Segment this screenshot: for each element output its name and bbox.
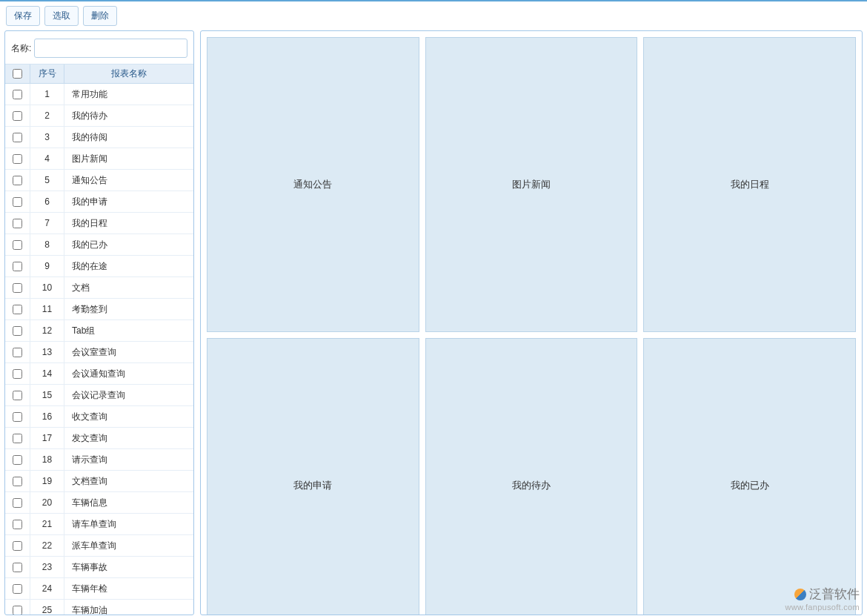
row-checkbox[interactable] bbox=[13, 498, 22, 508]
select-all-checkbox[interactable] bbox=[13, 69, 22, 79]
table-row[interactable]: 11考勤签到 bbox=[5, 299, 193, 320]
table-row[interactable]: 14会议通知查询 bbox=[5, 363, 193, 385]
row-name: 我的在途 bbox=[64, 256, 193, 276]
dashboard-card[interactable]: 图片新闻 bbox=[425, 37, 638, 332]
row-checkbox[interactable] bbox=[13, 606, 22, 615]
dashboard-card[interactable]: 我的申请 bbox=[207, 338, 419, 615]
row-checkbox-cell bbox=[5, 535, 30, 556]
row-name: 常用功能 bbox=[64, 84, 193, 105]
row-checkbox[interactable] bbox=[13, 305, 22, 314]
table-row[interactable]: 25车辆加油 bbox=[5, 600, 193, 615]
row-checkbox[interactable] bbox=[13, 133, 22, 142]
card-label: 图片新闻 bbox=[512, 178, 551, 191]
card-label: 我的待办 bbox=[512, 479, 551, 492]
card-grid: 通知公告图片新闻我的日程我的申请我的待办我的已办 bbox=[207, 37, 856, 615]
row-checkbox-cell bbox=[5, 84, 30, 105]
row-checkbox-cell bbox=[5, 557, 30, 577]
row-name: 发文查询 bbox=[64, 428, 193, 448]
row-checkbox-cell bbox=[5, 428, 30, 448]
row-name: 我的申请 bbox=[64, 191, 193, 212]
row-checkbox[interactable] bbox=[13, 434, 22, 443]
row-checkbox[interactable] bbox=[13, 520, 22, 529]
dashboard-card[interactable]: 通知公告 bbox=[207, 37, 419, 332]
dashboard-card[interactable]: 我的待办 bbox=[425, 338, 638, 615]
row-checkbox-cell bbox=[5, 170, 30, 191]
row-checkbox[interactable] bbox=[13, 563, 22, 572]
row-checkbox[interactable] bbox=[13, 219, 22, 228]
table-row[interactable]: 24车辆年检 bbox=[5, 578, 193, 600]
table-header: 序号 报表名称 bbox=[5, 64, 193, 84]
table-row[interactable]: 19文档查询 bbox=[5, 471, 193, 492]
table-row[interactable]: 16收文查询 bbox=[5, 406, 193, 428]
select-button[interactable]: 选取 bbox=[44, 6, 79, 26]
row-checkbox[interactable] bbox=[13, 154, 22, 164]
table-row[interactable]: 12Tab组 bbox=[5, 320, 193, 342]
table-row[interactable]: 6我的申请 bbox=[5, 191, 193, 213]
row-checkbox-cell bbox=[5, 514, 30, 534]
table-row[interactable]: 21请车单查询 bbox=[5, 514, 193, 535]
row-checkbox[interactable] bbox=[13, 455, 22, 465]
row-checkbox[interactable] bbox=[13, 111, 22, 121]
table-row[interactable]: 23车辆事故 bbox=[5, 557, 193, 578]
row-checkbox[interactable] bbox=[13, 541, 22, 551]
row-index: 7 bbox=[30, 213, 64, 234]
row-checkbox[interactable] bbox=[13, 477, 22, 486]
row-checkbox[interactable] bbox=[13, 326, 22, 336]
dashboard-card[interactable]: 我的日程 bbox=[643, 37, 856, 332]
table-body[interactable]: 1常用功能2我的待办3我的待阅4图片新闻5通知公告6我的申请7我的日程8我的已办… bbox=[5, 84, 193, 615]
row-checkbox-cell bbox=[5, 342, 30, 362]
row-checkbox[interactable] bbox=[13, 262, 22, 271]
table-row[interactable]: 15会议记录查询 bbox=[5, 385, 193, 406]
right-panel: 通知公告图片新闻我的日程我的申请我的待办我的已办 bbox=[200, 30, 863, 615]
row-index: 5 bbox=[30, 170, 64, 191]
name-filter-input[interactable] bbox=[34, 39, 187, 58]
table-row[interactable]: 9我的在途 bbox=[5, 256, 193, 277]
row-name: 车辆事故 bbox=[64, 557, 193, 577]
row-name: 文档查询 bbox=[64, 471, 193, 491]
table-row[interactable]: 10文档 bbox=[5, 277, 193, 299]
row-checkbox[interactable] bbox=[13, 584, 22, 594]
row-checkbox-cell bbox=[5, 256, 30, 276]
header-index: 序号 bbox=[30, 64, 64, 83]
table-row[interactable]: 1常用功能 bbox=[5, 84, 193, 105]
row-checkbox[interactable] bbox=[13, 240, 22, 250]
dashboard-card[interactable]: 我的已办 bbox=[643, 338, 856, 615]
row-checkbox[interactable] bbox=[13, 348, 22, 357]
table-row[interactable]: 3我的待阅 bbox=[5, 127, 193, 148]
row-name: 车辆年检 bbox=[64, 578, 193, 599]
row-checkbox[interactable] bbox=[13, 197, 22, 207]
table-row[interactable]: 22派车单查询 bbox=[5, 535, 193, 557]
table-row[interactable]: 8我的已办 bbox=[5, 234, 193, 256]
row-checkbox[interactable] bbox=[13, 369, 22, 379]
row-name: 考勤签到 bbox=[64, 299, 193, 319]
table-row[interactable]: 13会议室查询 bbox=[5, 342, 193, 363]
card-label: 我的已办 bbox=[731, 479, 769, 492]
row-name: 请示查询 bbox=[64, 449, 193, 470]
table-row[interactable]: 7我的日程 bbox=[5, 213, 193, 234]
table-row[interactable]: 17发文查询 bbox=[5, 428, 193, 449]
row-name: 我的已办 bbox=[64, 234, 193, 255]
card-label: 我的日程 bbox=[731, 178, 769, 191]
row-name: 会议室查询 bbox=[64, 342, 193, 362]
row-name: 收文查询 bbox=[64, 406, 193, 427]
row-checkbox[interactable] bbox=[13, 391, 22, 400]
table-row[interactable]: 18请示查询 bbox=[5, 449, 193, 471]
delete-button[interactable]: 删除 bbox=[83, 6, 117, 26]
table-row[interactable]: 5通知公告 bbox=[5, 170, 193, 191]
row-checkbox[interactable] bbox=[13, 412, 22, 422]
row-index: 8 bbox=[30, 234, 64, 255]
row-checkbox-cell bbox=[5, 492, 30, 513]
row-checkbox-cell bbox=[5, 148, 30, 169]
table-row[interactable]: 20车辆信息 bbox=[5, 492, 193, 514]
row-name: 文档 bbox=[64, 277, 193, 298]
row-checkbox[interactable] bbox=[13, 176, 22, 185]
row-index: 4 bbox=[30, 148, 64, 169]
row-index: 14 bbox=[30, 363, 64, 384]
save-button[interactable]: 保存 bbox=[6, 6, 40, 26]
row-checkbox-cell bbox=[5, 127, 30, 148]
row-checkbox[interactable] bbox=[13, 90, 22, 99]
row-name: 图片新闻 bbox=[64, 148, 193, 169]
table-row[interactable]: 2我的待办 bbox=[5, 105, 193, 127]
table-row[interactable]: 4图片新闻 bbox=[5, 148, 193, 170]
row-checkbox[interactable] bbox=[13, 283, 22, 293]
